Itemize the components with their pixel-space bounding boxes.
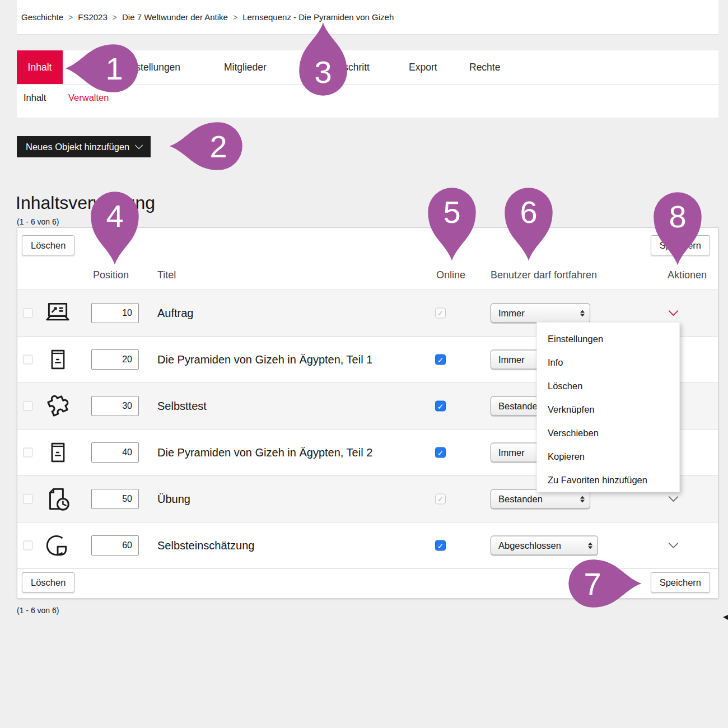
check-icon: ✓	[437, 542, 444, 549]
result-count-top: (1 - 6 von 6)	[17, 217, 59, 226]
actions-dropdown-menu: Einstellungen Info Löschen Verknüpfen Ve…	[536, 322, 680, 492]
continue-select[interactable]: Abgeschlossen	[491, 536, 598, 556]
learning-module-icon	[42, 344, 73, 375]
learning-module-icon	[42, 437, 73, 468]
breadcrumb-separator: >	[113, 13, 117, 22]
item-title[interactable]: Auftrag	[157, 307, 193, 320]
tab-export[interactable]: Export	[409, 50, 437, 84]
table-footer	[17, 568, 718, 598]
assignment-icon	[42, 297, 73, 329]
position-input[interactable]	[91, 303, 139, 323]
tab-divider	[17, 84, 718, 85]
select-arrows-icon	[582, 542, 592, 549]
column-header-online: Online	[436, 269, 465, 281]
column-header-actions: Aktionen	[668, 269, 707, 281]
delete-button-bottom[interactable]: Löschen	[22, 572, 74, 592]
column-header-continue: Benutzer darf fortfahren	[491, 269, 597, 281]
check-icon: ✓	[437, 310, 444, 317]
test-puzzle-icon	[42, 390, 73, 422]
breadcrumb-separator: >	[233, 13, 237, 22]
row-select-checkbox[interactable]	[23, 541, 32, 550]
chevron-down-icon	[668, 496, 679, 502]
subtab-verwalten[interactable]: Verwalten	[68, 86, 109, 109]
row-select-checkbox[interactable]	[23, 448, 32, 458]
survey-icon	[42, 530, 73, 561]
select-arrows-icon	[575, 496, 585, 502]
position-input[interactable]	[91, 396, 139, 416]
breadcrumb-separator: >	[68, 13, 73, 22]
add-new-object-button[interactable]: Neues Objekt hinzufügen	[17, 136, 151, 157]
position-input[interactable]	[91, 489, 139, 509]
check-icon: ✓	[437, 402, 444, 410]
select-arrows-icon	[575, 310, 585, 316]
check-icon: ✓	[437, 356, 444, 363]
breadcrumb-link[interactable]: Geschichte	[21, 12, 63, 22]
table-row: Selbsteinschätzung ✓ Abgeschlossen	[17, 522, 718, 568]
row-select-checkbox[interactable]	[23, 402, 32, 411]
menu-item-verschieben[interactable]: Verschieben	[537, 421, 679, 445]
chevron-down-icon	[668, 310, 679, 316]
row-select-checkbox[interactable]	[23, 355, 32, 365]
check-icon: ✓	[437, 449, 444, 456]
add-new-object-label: Neues Objekt hinzufügen	[26, 142, 129, 152]
position-input[interactable]	[91, 535, 139, 556]
item-title[interactable]: Selbsteinschätzung	[157, 539, 254, 552]
online-checkbox[interactable]: ✓	[435, 401, 446, 412]
tab-bar: Inhalt Einstellungen Mitglieder Lernfort…	[17, 50, 718, 118]
actions-dropdown-toggle[interactable]	[660, 496, 686, 502]
item-title[interactable]: Übung	[157, 493, 190, 506]
position-input[interactable]	[91, 349, 139, 370]
page-title: Inhaltsverwaltung	[16, 193, 155, 213]
row-select-checkbox[interactable]	[23, 494, 32, 504]
online-checkbox[interactable]: ✓	[435, 447, 446, 458]
menu-item-loeschen[interactable]: Löschen	[537, 374, 679, 398]
actions-dropdown-toggle[interactable]	[660, 310, 686, 316]
menu-item-verknuepfen[interactable]: Verknüpfen	[537, 398, 679, 421]
position-input[interactable]	[91, 442, 139, 463]
continue-select[interactable]: Immer	[491, 304, 590, 323]
actions-dropdown-toggle[interactable]	[660, 543, 686, 549]
delete-button-top[interactable]: Löschen	[22, 235, 74, 255]
result-count-bottom: (1 - 6 von 6)	[17, 606, 59, 615]
item-title[interactable]: Selbsttest	[157, 400, 207, 413]
chevron-down-icon	[668, 543, 679, 549]
item-title[interactable]: Die Pyramiden von Gizeh in Ägypten, Teil…	[157, 446, 372, 459]
page: Geschichte > FS2023 > Die 7 Weltwunder d…	[0, 0, 728, 728]
tab-mitglieder[interactable]: Mitglieder	[224, 50, 267, 84]
check-icon: ✓	[437, 496, 444, 503]
online-checkbox[interactable]: ✓	[435, 354, 446, 365]
breadcrumb-link[interactable]: FS2023	[78, 12, 108, 22]
row-select-checkbox[interactable]	[23, 309, 32, 318]
tab-inhalt[interactable]: Inhalt	[17, 50, 63, 84]
item-title[interactable]: Die Pyramiden von Gizeh in Ägypten, Teil…	[157, 353, 372, 366]
online-checkbox[interactable]: ✓	[435, 308, 446, 319]
tab-einstellungen[interactable]: Einstellungen	[122, 50, 180, 84]
save-button-bottom[interactable]: Speichern	[651, 572, 710, 592]
subtab-inhalt[interactable]: Inhalt	[24, 86, 46, 109]
chevron-down-icon	[135, 141, 143, 149]
menu-item-kopieren[interactable]: Kopieren	[537, 445, 679, 468]
cursor-artifact	[723, 615, 728, 620]
column-header-position: Position	[93, 269, 129, 281]
save-button-top[interactable]: Speichern	[651, 235, 710, 255]
tab-lernfortschritt[interactable]: Lernfortschritt	[310, 50, 370, 84]
breadcrumb-link[interactable]: Die 7 Weltwunder der Antike	[122, 12, 228, 22]
breadcrumb-current[interactable]: Lernsequenz - Die Pyramiden von Gizeh	[242, 12, 394, 22]
menu-item-einstellungen[interactable]: Einstellungen	[537, 327, 679, 351]
tab-rechte[interactable]: Rechte	[469, 50, 500, 84]
online-checkbox[interactable]: ✓	[435, 540, 446, 551]
breadcrumb: Geschichte > FS2023 > Die 7 Weltwunder d…	[17, 0, 718, 35]
exercise-icon	[42, 483, 73, 515]
menu-item-info[interactable]: Info	[537, 351, 679, 374]
online-checkbox[interactable]: ✓	[435, 494, 446, 505]
menu-item-zu-favoriten[interactable]: Zu Favoriten hinzufügen	[537, 468, 679, 492]
column-header-title: Titel	[157, 269, 176, 281]
